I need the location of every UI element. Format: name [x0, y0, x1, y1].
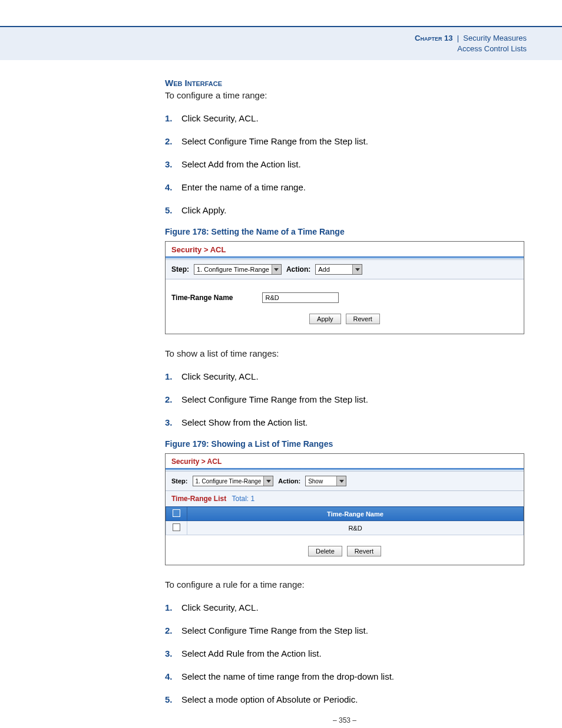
step-select[interactable]: 1. Configure Time-Range [193, 476, 274, 486]
step-text: Click Security, ACL. [181, 113, 259, 123]
action-label: Action: [286, 265, 310, 274]
intro-text-3: To configure a rule for a time range: [165, 578, 524, 591]
step-num: 1. [165, 601, 173, 614]
apply-button[interactable]: Apply [309, 314, 341, 324]
breadcrumb: Security > ACL [166, 242, 524, 256]
list-label: Time-Range List [171, 495, 226, 503]
chapter-sep: | [455, 34, 463, 42]
checkbox-icon [173, 509, 180, 517]
steps-list-2: 1.Click Security, ACL. 2.Select Configur… [165, 370, 524, 429]
step-select-value: 1. Configure Time-Range [194, 266, 272, 273]
figure-178-caption: Figure 178: Setting the Name of a Time R… [165, 227, 524, 236]
action-label: Action: [278, 477, 300, 485]
step-num: 2. [165, 393, 173, 406]
action-select[interactable]: Add [315, 264, 362, 275]
time-range-table: Time-Range Name R&D [166, 506, 524, 535]
action-select[interactable]: Show [305, 476, 346, 486]
revert-button[interactable]: Revert [346, 314, 380, 324]
step-text: Select Configure Time Range from the Ste… [181, 394, 368, 404]
page-number: – 353 – [165, 716, 524, 724]
chapter-subtitle: Access Control Lists [0, 44, 527, 54]
step-text: Enter the name of a time range. [181, 182, 306, 192]
col-time-range-name: Time-Range Name [187, 507, 524, 521]
step-label: Step: [171, 477, 188, 485]
step-action-bar: Step: 1. Configure Time-Range Action: Sh… [166, 471, 524, 491]
chapter-label: Chapter 13 [415, 34, 452, 42]
step-num: 2. [165, 624, 173, 637]
step-text: Click Security, ACL. [181, 371, 259, 381]
chevron-down-icon [272, 265, 281, 274]
chevron-down-icon [336, 476, 346, 486]
chevron-down-icon [263, 476, 273, 486]
step-num: 3. [165, 647, 173, 660]
figure-179-screenshot: Security > ACL Step: 1. Configure Time-R… [165, 453, 524, 565]
action-select-value: Add [316, 266, 352, 273]
steps-list-1: 1.Click Security, ACL. 2.Select Configur… [165, 112, 524, 216]
step-text: Select Configure Time Range from the Ste… [181, 625, 368, 635]
table-row: R&D [166, 521, 524, 535]
list-total: Total: 1 [232, 495, 254, 503]
gradient-bar [166, 256, 524, 259]
chevron-down-icon [352, 265, 362, 274]
step-num: 1. [165, 112, 173, 124]
step-num: 1. [165, 370, 173, 383]
steps-list-3: 1.Click Security, ACL. 2.Select Configur… [165, 601, 524, 706]
breadcrumb: Security > ACL [166, 454, 524, 468]
step-text: Select a mode option of Absolute or Peri… [181, 694, 358, 704]
step-action-bar: Step: 1. Configure Time-Range Action: Ad… [166, 259, 524, 279]
row-checkbox-cell[interactable] [166, 521, 187, 535]
intro-text-1: To configure a time range: [165, 89, 524, 101]
delete-button[interactable]: Delete [308, 546, 342, 556]
time-range-name-input[interactable] [262, 292, 339, 303]
checkbox-icon [173, 523, 180, 531]
step-num: 5. [165, 693, 173, 706]
header-band: Chapter 13 | Security Measures Access Co… [0, 27, 562, 60]
step-text: Select Configure Time Range from the Ste… [181, 136, 368, 146]
select-all-header[interactable] [166, 507, 187, 521]
section-heading: Web Interface [165, 78, 524, 88]
step-text: Select Show from the Action list. [181, 417, 308, 427]
chapter-title: Security Measures [463, 34, 527, 42]
figure-178-screenshot: Security > ACL Step: 1. Configure Time-R… [165, 241, 524, 334]
intro-text-2: To show a list of time ranges: [165, 347, 524, 360]
step-select[interactable]: 1. Configure Time-Range [194, 264, 282, 275]
row-value: R&D [187, 521, 524, 535]
action-select-value: Show [306, 478, 336, 485]
step-num: 4. [165, 670, 173, 683]
step-num: 3. [165, 158, 173, 170]
step-num: 3. [165, 416, 173, 429]
step-label: Step: [171, 265, 189, 274]
step-text: Select Add Rule from the Action list. [181, 648, 322, 658]
step-num: 2. [165, 135, 173, 147]
gradient-bar [166, 468, 524, 470]
step-text: Select Add from the Action list. [181, 159, 301, 169]
step-num: 4. [165, 181, 173, 193]
figure-179-caption: Figure 179: Showing a List of Time Range… [165, 439, 524, 449]
step-select-value: 1. Configure Time-Range [193, 478, 264, 485]
step-text: Click Security, ACL. [181, 602, 259, 612]
revert-button[interactable]: Revert [347, 546, 381, 556]
step-text: Select the name of time range from the d… [181, 671, 394, 681]
top-margin [0, 0, 562, 27]
step-num: 5. [165, 204, 173, 216]
list-header: Time-Range List Total: 1 [166, 491, 524, 506]
step-text: Click Apply. [181, 205, 226, 215]
time-range-name-label: Time-Range Name [171, 294, 233, 302]
